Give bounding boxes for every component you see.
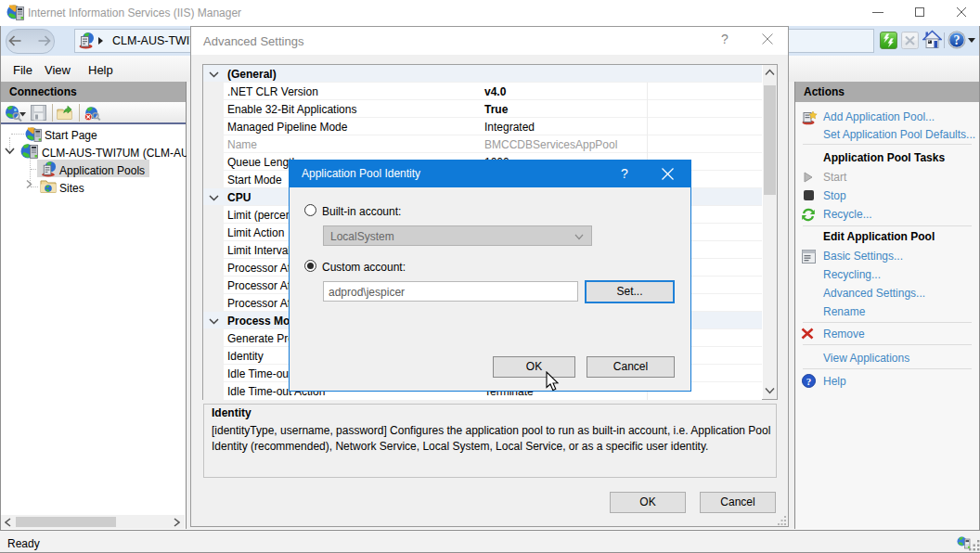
svg-text:?: ?: [806, 376, 812, 387]
svg-text:?: ?: [954, 33, 961, 47]
